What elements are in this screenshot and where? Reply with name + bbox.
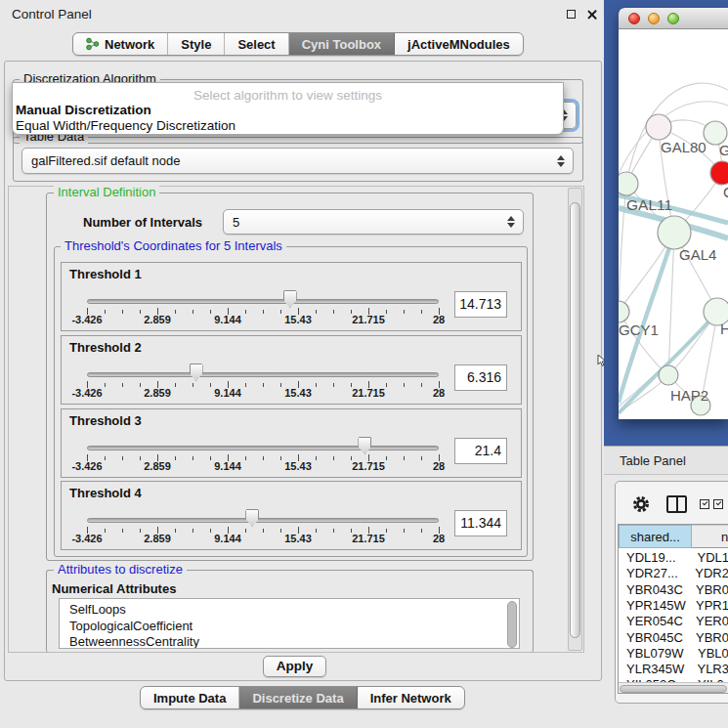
slider-scale-label: 15.43 (284, 460, 312, 472)
network-window-titlebar[interactable] (619, 8, 728, 29)
slider-scale-label: 2.859 (144, 387, 171, 399)
column-header-name[interactable]: na (692, 525, 728, 548)
slider-tick (316, 456, 317, 460)
minimize-traffic-light-icon[interactable] (648, 13, 660, 24)
num-intervals-combo[interactable]: 5 (223, 209, 524, 235)
network-node[interactable] (658, 216, 691, 249)
float-window-icon[interactable] (567, 10, 576, 19)
network-node[interactable] (659, 365, 678, 385)
close-icon[interactable] (586, 9, 597, 20)
num-intervals-label: Number of Intervals (83, 215, 202, 230)
table-row[interactable]: YPR145WYPR1 (619, 598, 728, 615)
slider-tick (351, 383, 352, 387)
threshold-value-field[interactable]: 6.316 (454, 364, 507, 391)
network-node[interactable] (646, 114, 671, 140)
slider-tick (122, 310, 123, 314)
slider-tick (193, 529, 193, 533)
slider-tick (210, 310, 211, 314)
gear-icon[interactable] (630, 493, 652, 515)
threshold-slider-track[interactable] (87, 299, 439, 304)
column-header-shared-name[interactable]: shared... (619, 525, 692, 548)
tab-network[interactable]: Network (73, 33, 168, 55)
slider-tick (386, 383, 387, 387)
slider-tick (316, 529, 317, 533)
table-row[interactable]: YBR043CYBR0 (619, 582, 728, 599)
close-traffic-light-icon[interactable] (628, 13, 640, 24)
table-rows: YDL19...YDL1YDR27...YDR2YBR043CYBR0YPR14… (619, 548, 728, 682)
table-row[interactable]: YER054CYER0 (619, 614, 728, 630)
column-layout-icon[interactable] (666, 495, 687, 513)
combo-arrows-icon (507, 216, 516, 228)
slider-tick (351, 310, 352, 314)
tab-infer-network[interactable]: Infer Network (358, 687, 464, 708)
tab-jactivemnodules[interactable]: jActiveMNodules (395, 33, 523, 55)
threshold-slider-track[interactable] (87, 446, 439, 450)
threshold-slider-thumb[interactable] (283, 290, 297, 308)
slider-tick (404, 529, 405, 533)
tab-style[interactable]: Style (168, 33, 225, 55)
network-graph[interactable]: GAL80GACGAL11GAL4GCY1HHAP2 (619, 29, 728, 419)
slider-scale-label: 2.859 (144, 460, 171, 472)
network-node[interactable] (710, 161, 728, 185)
network-node-label: GAL4 (679, 246, 716, 263)
zoom-traffic-light-icon[interactable] (667, 13, 679, 24)
tab-select[interactable]: Select (225, 33, 288, 55)
tab-impute-data[interactable]: Impute Data (141, 687, 239, 708)
slider-tick (280, 529, 281, 533)
table-row[interactable]: YBL079WYBL0 (619, 646, 728, 663)
cell-shared-name: YBL079W (619, 646, 692, 663)
combo-arrows-icon (557, 155, 566, 167)
list-item[interactable]: BetweennessCentrality (69, 634, 199, 649)
network-node-label: C (723, 184, 728, 200)
threshold-value-field[interactable]: 21.4 (454, 438, 507, 464)
table-data-combo-value: galFiltered.sif default node (31, 153, 180, 168)
cell-name: YDL1 (691, 550, 728, 567)
numerical-attributes-list[interactable]: SelfLoopsTopologicalCoefficientBetweenne… (59, 598, 520, 649)
popup-option-manual[interactable]: Manual Discretization (16, 103, 151, 117)
threshold-slider-thumb[interactable] (358, 437, 371, 454)
slider-scale-label: -3.426 (71, 387, 102, 399)
network-edge[interactable] (619, 184, 626, 312)
attributes-scrollbar[interactable] (507, 601, 517, 648)
slider-tick (351, 456, 352, 460)
table-horizontal-scrollbar[interactable] (619, 682, 728, 694)
threshold-slider-track[interactable] (87, 518, 439, 523)
tab-discretize-data[interactable]: Discretize Data (239, 687, 357, 708)
list-item[interactable]: TopologicalCoefficient (69, 619, 193, 633)
table-row[interactable]: YDR27...YDR2 (619, 566, 728, 582)
tab-label: Impute Data (153, 691, 226, 706)
scrollbar-thumb[interactable] (620, 685, 727, 693)
apply-button[interactable]: Apply (263, 656, 326, 677)
table-panel-title: Table Panel (620, 453, 686, 468)
cell-shared-name: YPR145W (619, 598, 690, 615)
tab-cyni-toolbox[interactable]: Cyni Toolbox (289, 33, 395, 55)
slider-tick (193, 310, 193, 314)
checkbox-icon[interactable] (700, 499, 709, 509)
application-window: Control Panel NetworkStyleSelectCyni Too… (0, 0, 728, 728)
algorithm-popup: Select algorithm to view settings Manual… (12, 82, 564, 135)
checkbox-icon[interactable] (713, 499, 723, 509)
table-row[interactable]: YBR045CYBR0 (619, 630, 728, 647)
popup-option-equal-width[interactable]: Equal Width/Frequency Discretization (16, 118, 236, 133)
mouse-cursor (597, 354, 607, 367)
slider-scale-label: 15.43 (284, 387, 312, 399)
cell-shared-name: YDL19... (619, 550, 691, 567)
settings-vertical-scrollbar[interactable] (568, 188, 582, 651)
table-row[interactable]: YLR345WYLR3 (619, 662, 728, 678)
threshold-panel-2: Threshold 2-3.4262.8599.14415.4321.71528… (61, 335, 522, 405)
slider-tick (263, 310, 264, 314)
threshold-slider-track[interactable] (87, 372, 439, 377)
network-node[interactable] (619, 172, 638, 195)
slider-tick (280, 383, 281, 387)
network-node[interactable] (619, 301, 629, 322)
list-item[interactable]: SelfLoops (69, 602, 126, 617)
table-data-combo[interactable]: galFiltered.sif default node (21, 148, 574, 174)
slider-scale-label: 28 (433, 533, 445, 544)
threshold-value-field[interactable]: 14.713 (454, 291, 507, 318)
table-row[interactable]: YDL19...YDL1 (619, 550, 728, 567)
threshold-slider-thumb[interactable] (190, 364, 203, 381)
scrollbar-thumb[interactable] (570, 202, 580, 638)
network-canvas[interactable]: GAL80GACGAL11GAL4GCY1HHAP2 (619, 29, 728, 419)
threshold-slider-thumb[interactable] (245, 509, 259, 527)
threshold-value-field[interactable]: 11.344 (454, 510, 507, 536)
